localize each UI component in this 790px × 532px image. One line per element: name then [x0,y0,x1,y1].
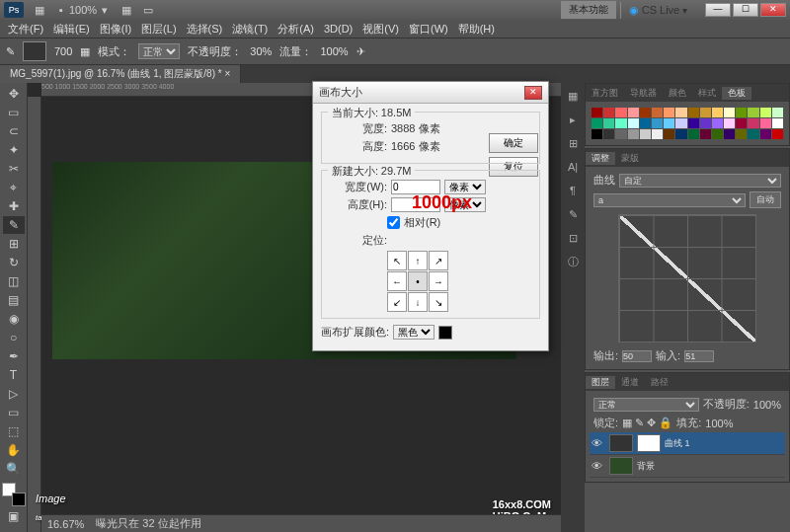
swatch[interactable] [736,108,747,117]
swatch[interactable] [640,129,651,139]
relative-checkbox[interactable] [387,216,400,229]
swatch[interactable] [736,118,747,128]
tab-histogram[interactable]: 直方图 [586,87,624,100]
cslive-button[interactable]: ◉ CS Live ▾ [620,2,695,19]
curves-input[interactable] [684,350,714,362]
swatch[interactable] [760,129,771,139]
pen-tool[interactable]: ✒ [3,347,25,365]
brush-size[interactable]: 700 [54,45,72,57]
swatch[interactable] [603,129,614,139]
screen-icon[interactable]: ▭ [140,2,156,18]
menu-edit[interactable]: 编辑(E) [49,22,94,37]
move-tool[interactable]: ✥ [3,85,25,103]
swatch[interactable] [688,118,699,128]
swatch[interactable] [760,108,771,117]
menu-help[interactable]: 帮助(H) [454,22,499,37]
brush-panel-icon[interactable]: ✎ [564,205,582,223]
layer-opacity[interactable]: 100% [753,399,781,411]
swatch[interactable] [675,108,686,117]
swatch[interactable] [724,129,735,139]
actions-panel-icon[interactable]: ▸ [564,111,582,128]
visibility-icon[interactable]: 👁 [592,460,605,472]
quickmask-icon[interactable]: ▣ [3,507,25,525]
history-brush-tool[interactable]: ↻ [3,254,25,271]
auto-button[interactable]: 自动 [750,191,781,208]
tab-navigator[interactable]: 导航器 [624,87,663,100]
swatch[interactable] [592,108,602,117]
swatch[interactable] [772,129,783,139]
para-panel-icon[interactable]: ¶ [564,182,582,199]
hand-icon[interactable]: ▾ [97,2,113,18]
tab-swatches[interactable]: 色板 [722,87,751,100]
marquee-tool[interactable]: ▭ [3,104,25,121]
heal-tool[interactable]: ✚ [3,197,25,215]
color-picker[interactable] [2,483,26,506]
bridge-icon[interactable]: ▦ [32,2,47,18]
shape-tool[interactable]: ▭ [3,404,25,421]
zoom-dropdown[interactable]: 100% [75,2,91,18]
anchor-grid[interactable]: ↖↑↗ ←•→ ↙↓↘ [387,251,533,312]
menu-select[interactable]: 选择(S) [183,22,227,37]
tab-masks[interactable]: 蒙版 [615,152,645,165]
menu-file[interactable]: 文件(F) [4,22,47,37]
menu-view[interactable]: 视图(V) [358,22,403,37]
width-input[interactable] [391,180,440,194]
brush-panel-icon[interactable]: ▦ [80,45,90,58]
width-unit[interactable]: 像素 [444,180,486,194]
swatch[interactable] [700,118,711,128]
swatch[interactable] [603,118,614,128]
type-tool[interactable]: T [3,366,25,384]
tab-color[interactable]: 颜色 [663,87,692,100]
status-zoom[interactable]: 16.67% [47,518,84,530]
swatch[interactable] [712,118,723,128]
gradient-tool[interactable]: ▤ [3,291,25,309]
swatch[interactable] [652,129,663,139]
dodge-tool[interactable]: ○ [3,329,25,346]
layer-row-curves[interactable]: 👁 曲线 1 [590,432,785,455]
swatch[interactable] [592,118,602,128]
history-panel-icon[interactable]: ▦ [564,87,582,105]
height-input[interactable] [391,197,440,212]
tab-layers[interactable]: 图层 [586,376,615,389]
swatch[interactable] [615,129,626,139]
maximize-button[interactable]: ☐ [733,3,758,17]
properties-panel-icon[interactable]: ⊞ [564,134,582,152]
ext-color-select[interactable]: 黑色 [393,325,434,340]
swatch[interactable] [772,118,783,128]
eyedropper-tool[interactable]: ⌖ [3,179,25,196]
curves-preset[interactable]: 自定 [619,174,781,188]
brush-tool-icon[interactable]: ✎ [6,45,15,58]
char-panel-icon[interactable]: A| [564,158,582,176]
swatch[interactable] [603,108,614,117]
blur-tool[interactable]: ◉ [3,310,25,328]
zoom-tool[interactable]: 🔍 [3,460,25,478]
hand-tool[interactable]: ✋ [3,441,25,459]
swatch[interactable] [628,108,639,117]
blend-mode[interactable]: 正常 [593,398,699,412]
visibility-icon[interactable]: 👁 [592,437,605,449]
tab-channels[interactable]: 通道 [615,376,645,389]
tab-adjustments[interactable]: 调整 [586,152,615,165]
swatch[interactable] [664,129,674,139]
swatch[interactable] [772,108,783,117]
layer-name[interactable]: 曲线 1 [665,437,690,450]
swatch[interactable] [688,129,699,139]
mode-select[interactable]: 正常 [138,43,180,59]
fill-value[interactable]: 100% [705,418,733,429]
3d-tool[interactable]: ⬚ [3,422,25,440]
curves-graph[interactable] [618,214,756,342]
swatch[interactable] [760,118,771,128]
dialog-close-button[interactable]: ✕ [524,86,542,100]
tab-paths[interactable]: 路径 [645,376,674,389]
menu-analysis[interactable]: 分析(A) [274,22,318,37]
flow-value[interactable]: 100% [320,45,348,57]
swatch[interactable] [615,108,626,117]
clone-panel-icon[interactable]: ⊡ [564,229,582,247]
menu-image[interactable]: 图像(I) [96,22,135,37]
swatch[interactable] [675,118,686,128]
swatch[interactable] [652,108,663,117]
crop-tool[interactable]: ✂ [3,160,25,178]
swatch[interactable] [688,108,699,117]
layer-row-bg[interactable]: 👁 背景 [590,455,785,478]
swatches-grid[interactable] [590,106,785,141]
